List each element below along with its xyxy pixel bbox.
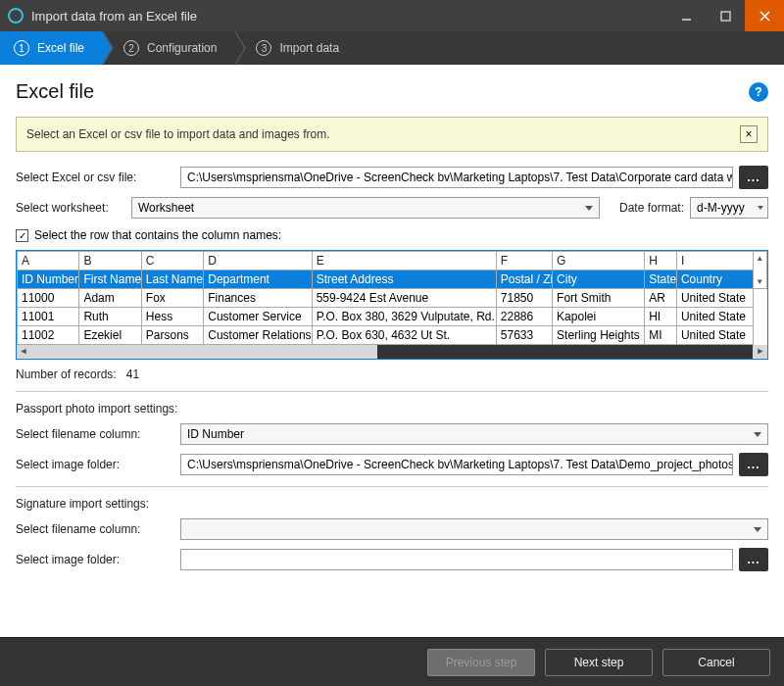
info-banner-close-button[interactable]: × [740, 125, 758, 143]
table-cell[interactable]: 22886 [496, 308, 552, 326]
help-button[interactable]: ? [749, 82, 768, 102]
header-row-checkbox[interactable]: ✓ [16, 229, 28, 242]
window-title: Import data from an Excel file [31, 9, 666, 24]
table-cell[interactable]: Customer Service [204, 308, 312, 326]
table-cell[interactable]: 11001 [18, 308, 79, 326]
col-header[interactable]: City [553, 270, 645, 289]
vertical-scrollbar[interactable]: ▲▼ [753, 252, 766, 289]
divider [16, 391, 768, 392]
col-header[interactable]: State [645, 270, 677, 289]
worksheet-value: Worksheet [138, 201, 194, 215]
table-cell[interactable]: Sterling Heights [553, 326, 645, 345]
header-row-label: Select the row that contains the column … [34, 228, 281, 242]
scroll-right-icon[interactable]: ► [755, 345, 766, 357]
passport-filename-column-select[interactable]: ID Number [180, 423, 768, 445]
table-cell[interactable]: Hess [141, 308, 203, 326]
col-letter[interactable]: C [141, 252, 203, 270]
col-header[interactable]: First Name [79, 270, 141, 289]
step-number-icon: 3 [256, 40, 271, 56]
table-cell[interactable]: 11000 [18, 289, 79, 308]
col-header[interactable]: Postal / Zip [496, 270, 552, 289]
close-button[interactable] [745, 0, 784, 31]
table-cell[interactable]: 11002 [18, 326, 79, 345]
step-configuration[interactable]: 2 Configuration [102, 31, 234, 65]
file-path-input[interactable]: C:\Users\mspriensma\OneDrive - ScreenChe… [180, 167, 733, 188]
step-label: Configuration [147, 41, 217, 55]
data-grid[interactable]: ABCDEFGHI▲▼ID NumberFirst NameLast NameD… [16, 250, 768, 360]
table-cell[interactable]: MI [645, 326, 677, 345]
table-cell[interactable]: Kapolei [553, 308, 645, 326]
passport-section-title: Passport photo import settings: [16, 402, 768, 416]
col-header[interactable]: Last Name [141, 270, 203, 289]
step-excel-file[interactable]: 1 Excel file [0, 31, 102, 65]
passport-folder-input[interactable]: C:\Users\mspriensma\OneDrive - ScreenChe… [180, 454, 733, 475]
col-letter[interactable]: D [204, 252, 312, 270]
horizontal-scrollbar[interactable]: ◄ ► [17, 345, 767, 359]
next-step-button[interactable]: Next step [545, 649, 653, 676]
step-label: Excel file [37, 41, 84, 55]
scroll-left-icon[interactable]: ◄ [18, 345, 29, 357]
signature-filename-column-select[interactable] [180, 518, 768, 540]
col-letter[interactable]: A [18, 252, 79, 270]
table-cell[interactable]: United State [676, 289, 753, 308]
minimize-button[interactable] [666, 0, 706, 31]
records-label: Number of records: [16, 368, 117, 381]
page-title: Excel file [16, 80, 749, 103]
table-cell[interactable]: P.O. Box 380, 3629 Vulputate, Rd. [312, 308, 496, 326]
table-cell[interactable]: P.O. Box 630, 4632 Ut St. [312, 326, 496, 345]
table-row[interactable]: 11000AdamFoxFinances559-9424 Est Avenue7… [18, 289, 767, 308]
table-cell[interactable]: Fox [141, 289, 203, 308]
col-letter[interactable]: B [79, 252, 141, 270]
maximize-button[interactable] [706, 0, 745, 31]
signature-folder-input[interactable] [180, 549, 733, 570]
table-cell[interactable]: Customer Relations [204, 326, 312, 345]
date-format-select[interactable]: d-M-yyyy [690, 197, 768, 219]
step-import-data[interactable]: 3 Import data [234, 31, 357, 65]
step-label: Import data [279, 41, 339, 55]
table-cell[interactable]: HI [645, 308, 677, 326]
cancel-button[interactable]: Cancel [662, 649, 770, 676]
signature-col-label: Select filename column: [16, 522, 174, 536]
browse-file-button[interactable]: ... [739, 166, 768, 189]
passport-browse-button[interactable]: ... [739, 453, 768, 476]
table-cell[interactable]: Fort Smith [553, 289, 645, 308]
table-cell[interactable]: Ezekiel [79, 326, 141, 345]
table-cell[interactable]: Parsons [141, 326, 203, 345]
table-cell[interactable]: AR [645, 289, 677, 308]
col-letter[interactable]: E [312, 252, 496, 270]
col-letter[interactable]: F [496, 252, 552, 270]
info-banner: Select an Excel or csv file to import da… [16, 117, 768, 152]
table-cell[interactable]: 559-9424 Est Avenue [312, 289, 496, 308]
footer: Previous step Next step Cancel [0, 637, 784, 686]
col-header[interactable]: Street Address [312, 270, 496, 289]
col-header[interactable]: ID Number [18, 270, 79, 289]
file-label: Select Excel or csv file: [16, 171, 174, 184]
table-cell[interactable]: 57633 [496, 326, 552, 345]
content-area: Excel file ? Select an Excel or csv file… [0, 65, 784, 637]
signature-section-title: Signature import settings: [16, 497, 768, 511]
col-letter[interactable]: H [645, 252, 677, 270]
col-header[interactable]: Country [676, 270, 753, 289]
date-format-label: Date format: [619, 201, 684, 215]
table-cell[interactable]: United State [676, 308, 753, 326]
records-count: 41 [126, 368, 139, 381]
col-letter[interactable]: I [676, 252, 753, 270]
previous-step-button: Previous step [427, 649, 535, 676]
passport-folder-label: Select image folder: [16, 458, 174, 471]
titlebar: Import data from an Excel file [0, 0, 784, 31]
table-cell[interactable]: Ruth [79, 308, 141, 326]
table-row[interactable]: 11001RuthHessCustomer ServiceP.O. Box 38… [18, 308, 767, 326]
table-cell[interactable]: Finances [204, 289, 312, 308]
table-cell[interactable]: 71850 [496, 289, 552, 308]
table-row[interactable]: 11002EzekielParsonsCustomer RelationsP.O… [18, 326, 767, 345]
col-header[interactable]: Department [204, 270, 312, 289]
col-letter[interactable]: G [553, 252, 645, 270]
date-format-value: d-M-yyyy [697, 201, 745, 215]
signature-browse-button[interactable]: ... [739, 548, 768, 571]
step-number-icon: 2 [123, 40, 139, 56]
worksheet-select[interactable]: Worksheet [131, 197, 600, 219]
table-cell[interactable]: United State [676, 326, 753, 345]
table-cell[interactable]: Adam [79, 289, 141, 308]
signature-folder-label: Select image folder: [16, 553, 174, 566]
info-banner-text: Select an Excel or csv file to import da… [26, 127, 740, 141]
